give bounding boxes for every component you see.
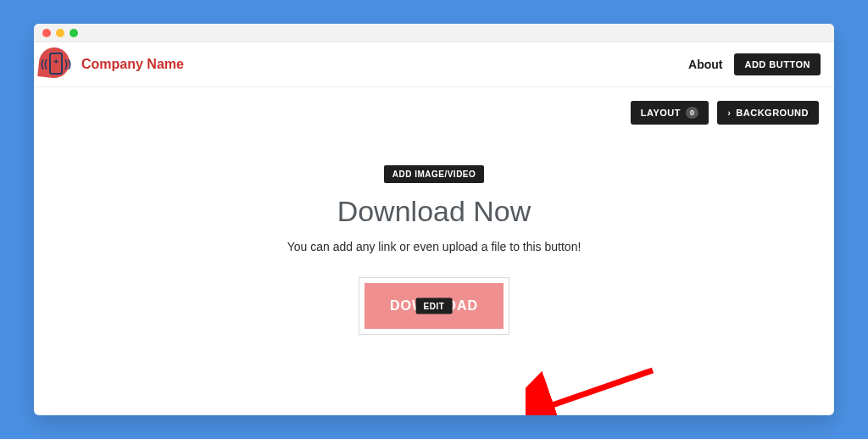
about-link[interactable]: About — [688, 58, 722, 71]
download-button-frame: DOWNLOAD EDIT — [359, 277, 509, 335]
layout-count-badge: 0 — [686, 107, 699, 119]
background-label: BACKGROUND — [736, 108, 809, 118]
window-minimize-icon[interactable] — [56, 29, 64, 37]
download-button[interactable]: DOWNLOAD EDIT — [364, 283, 504, 329]
window-titlebar — [34, 24, 834, 42]
window-maximize-icon[interactable] — [70, 29, 78, 37]
company-logo-icon: (( )) — [39, 47, 73, 81]
window-close-icon[interactable] — [42, 29, 51, 37]
svg-line-1 — [542, 370, 653, 408]
layout-label: LAYOUT — [641, 108, 681, 118]
edit-button[interactable]: EDIT — [416, 298, 453, 314]
page-content: ADD IMAGE/VIDEO Download Now You can add… — [34, 125, 834, 415]
app-window: (( )) Company Name About ADD BUTTON LAYO… — [34, 24, 834, 415]
layout-button[interactable]: LAYOUT 0 — [631, 101, 709, 125]
annotation-arrow-icon — [526, 362, 661, 415]
editor-toolbar: LAYOUT 0 › BACKGROUND — [34, 87, 834, 125]
chevron-right-icon: › — [727, 108, 731, 118]
company-name: Company Name — [81, 57, 184, 72]
brand-area[interactable]: (( )) Company Name — [39, 47, 184, 81]
page-heading: Download Now — [337, 195, 531, 228]
background-button[interactable]: › BACKGROUND — [717, 101, 819, 125]
navbar-right: About ADD BUTTON — [688, 53, 821, 75]
top-navbar: (( )) Company Name About ADD BUTTON — [34, 42, 834, 87]
page-subtitle: You can add any link or even upload a fi… — [287, 240, 581, 253]
add-media-button[interactable]: ADD IMAGE/VIDEO — [384, 165, 485, 183]
add-button[interactable]: ADD BUTTON — [734, 53, 821, 75]
